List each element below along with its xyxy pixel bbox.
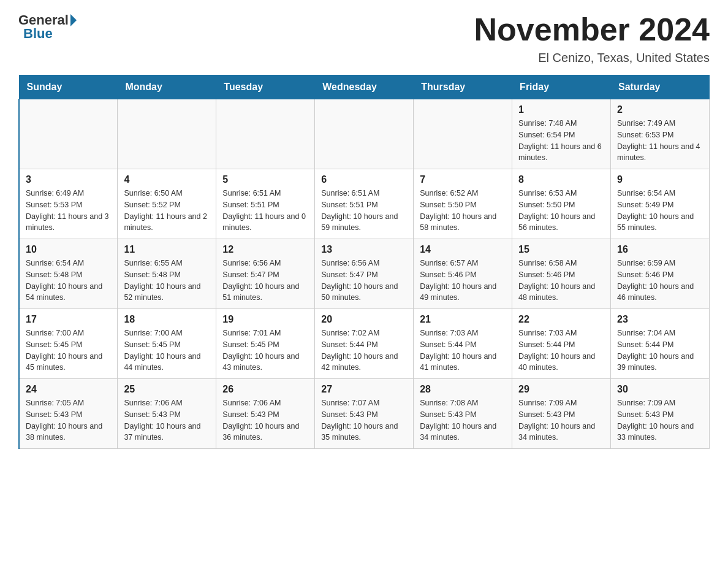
day-cell: 9Sunrise: 6:54 AM Sunset: 5:49 PM Daylig… — [611, 169, 710, 239]
day-number: 8 — [518, 174, 604, 185]
day-cell: 20Sunrise: 7:02 AM Sunset: 5:44 PM Dayli… — [315, 309, 414, 379]
day-info: Sunrise: 7:09 AM Sunset: 5:43 PM Dayligh… — [518, 397, 604, 443]
day-cell: 10Sunrise: 6:54 AM Sunset: 5:48 PM Dayli… — [19, 239, 118, 309]
weekday-header-wednesday: Wednesday — [315, 75, 414, 99]
day-number: 4 — [124, 174, 210, 185]
day-number: 27 — [321, 384, 407, 395]
day-info: Sunrise: 7:04 AM Sunset: 5:44 PM Dayligh… — [617, 327, 703, 373]
logo-blue-label: Blue — [23, 26, 53, 42]
day-cell: 24Sunrise: 7:05 AM Sunset: 5:43 PM Dayli… — [19, 379, 118, 449]
day-cell: 12Sunrise: 6:56 AM Sunset: 5:47 PM Dayli… — [216, 239, 315, 309]
day-info: Sunrise: 6:56 AM Sunset: 5:47 PM Dayligh… — [321, 258, 407, 304]
day-number: 2 — [617, 104, 703, 115]
day-number: 29 — [518, 384, 604, 395]
day-number: 23 — [617, 314, 703, 325]
day-cell: 7Sunrise: 6:52 AM Sunset: 5:50 PM Daylig… — [414, 169, 512, 239]
logo-triangle-icon — [70, 14, 77, 26]
day-number: 19 — [222, 314, 308, 325]
day-cell: 1Sunrise: 7:48 AM Sunset: 6:54 PM Daylig… — [512, 99, 611, 169]
day-info: Sunrise: 7:06 AM Sunset: 5:43 PM Dayligh… — [222, 397, 308, 443]
day-cell: 11Sunrise: 6:55 AM Sunset: 5:48 PM Dayli… — [118, 239, 216, 309]
day-info: Sunrise: 7:00 AM Sunset: 5:45 PM Dayligh… — [124, 327, 210, 373]
day-info: Sunrise: 6:52 AM Sunset: 5:50 PM Dayligh… — [420, 188, 506, 234]
day-cell: 21Sunrise: 7:03 AM Sunset: 5:44 PM Dayli… — [414, 309, 512, 379]
day-number: 7 — [420, 174, 506, 185]
day-info: Sunrise: 7:03 AM Sunset: 5:44 PM Dayligh… — [518, 327, 604, 373]
weekday-header-thursday: Thursday — [414, 75, 512, 99]
day-cell: 18Sunrise: 7:00 AM Sunset: 5:45 PM Dayli… — [118, 309, 216, 379]
day-cell: 28Sunrise: 7:08 AM Sunset: 5:43 PM Dayli… — [414, 379, 512, 449]
day-info: Sunrise: 6:49 AM Sunset: 5:53 PM Dayligh… — [26, 188, 111, 234]
day-info: Sunrise: 7:09 AM Sunset: 5:43 PM Dayligh… — [617, 397, 703, 443]
day-cell: 25Sunrise: 7:06 AM Sunset: 5:43 PM Dayli… — [118, 379, 216, 449]
week-row-2: 3Sunrise: 6:49 AM Sunset: 5:53 PM Daylig… — [19, 169, 710, 239]
day-number: 1 — [518, 104, 604, 115]
day-cell: 6Sunrise: 6:51 AM Sunset: 5:51 PM Daylig… — [315, 169, 414, 239]
week-row-5: 24Sunrise: 7:05 AM Sunset: 5:43 PM Dayli… — [19, 379, 710, 449]
day-info: Sunrise: 6:59 AM Sunset: 5:46 PM Dayligh… — [617, 258, 703, 304]
day-cell — [315, 99, 414, 169]
day-number: 24 — [26, 384, 111, 395]
day-info: Sunrise: 6:51 AM Sunset: 5:51 PM Dayligh… — [222, 188, 308, 234]
day-info: Sunrise: 7:02 AM Sunset: 5:44 PM Dayligh… — [321, 327, 407, 373]
day-number: 26 — [222, 384, 308, 395]
weekday-header-tuesday: Tuesday — [216, 75, 315, 99]
day-cell: 2Sunrise: 7:49 AM Sunset: 6:53 PM Daylig… — [611, 99, 710, 169]
weekday-header-row: SundayMondayTuesdayWednesdayThursdayFrid… — [19, 75, 710, 99]
day-cell: 23Sunrise: 7:04 AM Sunset: 5:44 PM Dayli… — [611, 309, 710, 379]
day-info: Sunrise: 6:53 AM Sunset: 5:50 PM Dayligh… — [518, 188, 604, 234]
day-cell: 15Sunrise: 6:58 AM Sunset: 5:46 PM Dayli… — [512, 239, 611, 309]
day-cell: 29Sunrise: 7:09 AM Sunset: 5:43 PM Dayli… — [512, 379, 611, 449]
day-cell: 14Sunrise: 6:57 AM Sunset: 5:46 PM Dayli… — [414, 239, 512, 309]
day-info: Sunrise: 7:01 AM Sunset: 5:45 PM Dayligh… — [222, 327, 308, 373]
day-number: 10 — [26, 244, 111, 255]
day-info: Sunrise: 6:57 AM Sunset: 5:46 PM Dayligh… — [420, 258, 506, 304]
day-number: 12 — [222, 244, 308, 255]
day-number: 3 — [26, 174, 111, 185]
day-info: Sunrise: 6:54 AM Sunset: 5:49 PM Dayligh… — [617, 188, 703, 234]
weekday-header-monday: Monday — [118, 75, 216, 99]
day-info: Sunrise: 7:07 AM Sunset: 5:43 PM Dayligh… — [321, 397, 407, 443]
day-cell: 8Sunrise: 6:53 AM Sunset: 5:50 PM Daylig… — [512, 169, 611, 239]
week-row-4: 17Sunrise: 7:00 AM Sunset: 5:45 PM Dayli… — [19, 309, 710, 379]
day-number: 5 — [222, 174, 308, 185]
day-cell: 30Sunrise: 7:09 AM Sunset: 5:43 PM Dayli… — [611, 379, 710, 449]
day-cell: 16Sunrise: 6:59 AM Sunset: 5:46 PM Dayli… — [611, 239, 710, 309]
day-cell: 22Sunrise: 7:03 AM Sunset: 5:44 PM Dayli… — [512, 309, 611, 379]
day-number: 15 — [518, 244, 604, 255]
day-info: Sunrise: 7:05 AM Sunset: 5:43 PM Dayligh… — [26, 397, 111, 443]
day-cell — [216, 99, 315, 169]
header: General Blue November 2024 El Cenizo, Te… — [18, 12, 710, 65]
weekday-header-saturday: Saturday — [611, 75, 710, 99]
day-number: 11 — [124, 244, 210, 255]
day-cell: 3Sunrise: 6:49 AM Sunset: 5:53 PM Daylig… — [19, 169, 118, 239]
day-number: 28 — [420, 384, 506, 395]
day-info: Sunrise: 7:00 AM Sunset: 5:45 PM Dayligh… — [26, 327, 111, 373]
week-row-1: 1Sunrise: 7:48 AM Sunset: 6:54 PM Daylig… — [19, 99, 710, 169]
day-cell — [414, 99, 512, 169]
day-cell: 27Sunrise: 7:07 AM Sunset: 5:43 PM Dayli… — [315, 379, 414, 449]
week-row-3: 10Sunrise: 6:54 AM Sunset: 5:48 PM Dayli… — [19, 239, 710, 309]
day-number: 21 — [420, 314, 506, 325]
day-number: 14 — [420, 244, 506, 255]
day-info: Sunrise: 6:51 AM Sunset: 5:51 PM Dayligh… — [321, 188, 407, 234]
day-info: Sunrise: 7:06 AM Sunset: 5:43 PM Dayligh… — [124, 397, 210, 443]
month-title: November 2024 — [474, 12, 710, 47]
day-number: 30 — [617, 384, 703, 395]
day-number: 9 — [617, 174, 703, 185]
day-info: Sunrise: 7:48 AM Sunset: 6:54 PM Dayligh… — [518, 118, 604, 164]
day-cell: 17Sunrise: 7:00 AM Sunset: 5:45 PM Dayli… — [19, 309, 118, 379]
calendar-table: SundayMondayTuesdayWednesdayThursdayFrid… — [18, 75, 710, 449]
day-info: Sunrise: 6:55 AM Sunset: 5:48 PM Dayligh… — [124, 258, 210, 304]
day-info: Sunrise: 6:54 AM Sunset: 5:48 PM Dayligh… — [26, 258, 111, 304]
day-info: Sunrise: 7:03 AM Sunset: 5:44 PM Dayligh… — [420, 327, 506, 373]
day-number: 16 — [617, 244, 703, 255]
weekday-header-friday: Friday — [512, 75, 611, 99]
day-cell: 19Sunrise: 7:01 AM Sunset: 5:45 PM Dayli… — [216, 309, 315, 379]
day-cell: 26Sunrise: 7:06 AM Sunset: 5:43 PM Dayli… — [216, 379, 315, 449]
day-number: 20 — [321, 314, 407, 325]
day-cell — [19, 99, 118, 169]
logo: General Blue — [18, 12, 77, 42]
day-info: Sunrise: 6:50 AM Sunset: 5:52 PM Dayligh… — [124, 188, 210, 234]
day-cell — [118, 99, 216, 169]
